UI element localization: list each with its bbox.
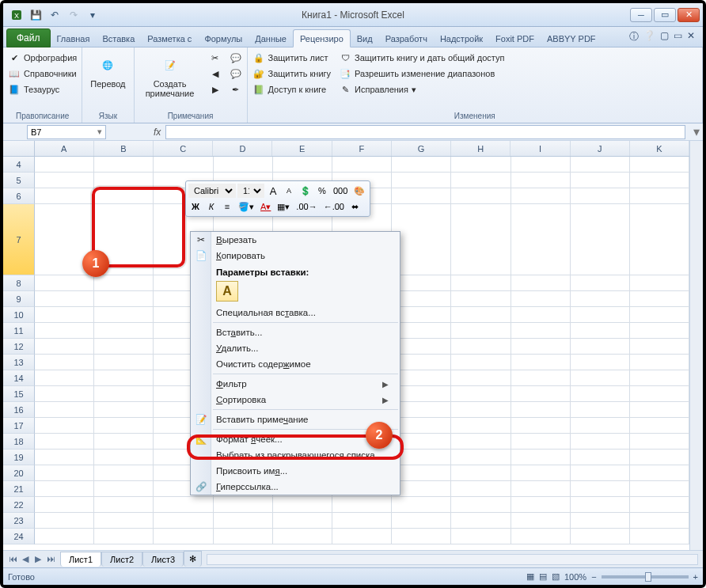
mini-comma-icon[interactable]: 000 [331,184,350,198]
sheet-tab-1[interactable]: Лист1 [60,552,101,567]
sheet-nav-last-icon[interactable]: ⏭ [44,554,57,564]
zoom-out-button[interactable]: − [591,572,596,582]
mini-merge-icon[interactable]: ⬌ [348,199,362,214]
row-header-19[interactable]: 19 [3,450,35,465]
row-header-8[interactable]: 8 [3,275,35,291]
mini-bold[interactable]: Ж [188,199,203,214]
row-header-13[interactable]: 13 [3,355,35,370]
mini-font-color-icon[interactable]: A▾ [258,199,273,214]
next-comment-button[interactable]: ▶ [207,82,223,97]
maximize-button[interactable]: ▭ [654,8,676,22]
row-header-14[interactable]: 14 [3,370,35,386]
file-tab[interactable]: Файл [6,28,51,47]
row-header-12[interactable]: 12 [3,339,35,355]
track-changes-button[interactable]: ✎Исправления ▾ [337,82,506,97]
mini-shrink-font[interactable]: A [282,184,296,198]
tab-insert[interactable]: Вставка [96,30,141,47]
row-header-23[interactable]: 23 [3,513,35,529]
row-header-22[interactable]: 22 [3,497,35,513]
col-header-H[interactable]: H [451,141,511,156]
mini-font-select[interactable]: Calibri [188,184,236,198]
horizontal-scrollbar[interactable] [207,554,698,565]
sheet-tab-2[interactable]: Лист2 [101,552,142,567]
row-header-20[interactable]: 20 [3,465,35,481]
research-button[interactable]: 📖Справочники [6,66,78,81]
row-header-6[interactable]: 6 [3,188,35,204]
col-header-I[interactable]: I [511,141,570,156]
protect-share-button[interactable]: 🛡Защитить книгу и дать общий доступ [337,51,506,65]
select-all-corner[interactable] [3,141,35,156]
view-pagebreak-icon[interactable]: ▧ [552,571,560,582]
sheet-nav-first-icon[interactable]: ⏮ [6,554,19,564]
minimize-button[interactable]: ─ [630,8,652,22]
prev-comment-button[interactable]: ◀ [207,66,223,81]
mdi-restore-icon[interactable]: ▭ [674,30,682,44]
col-header-G[interactable]: G [392,141,451,156]
tab-review[interactable]: Рецензиро [293,29,351,47]
share-workbook-button[interactable]: 📗Доступ к книге [251,82,333,97]
ctx-hyperlink[interactable]: 🔗Гиперссылка... [191,479,400,495]
zoom-in-button[interactable]: + [693,572,698,582]
tab-foxit[interactable]: Foxit PDF [489,30,541,47]
thesaurus-button[interactable]: 📘Тезаурус [6,82,78,97]
ctx-clear[interactable]: Очистить содержимое [191,356,400,372]
show-ink-button[interactable]: ✒ [228,82,244,97]
row-header-16[interactable]: 16 [3,402,35,418]
ribbon-minimize-icon[interactable]: ⓘ [629,30,639,44]
qat-redo[interactable]: ↷ [65,6,82,24]
mini-inc-decimal-icon[interactable]: .00→ [294,199,319,214]
mdi-close-icon[interactable]: ✕ [687,30,695,44]
row-header-11[interactable]: 11 [3,323,35,339]
row-header-10[interactable]: 10 [3,307,35,323]
paste-option-default[interactable]: A [216,281,238,302]
zoom-slider[interactable] [602,575,689,579]
col-header-C[interactable]: C [154,141,213,156]
ctx-delete[interactable]: Удалить... [191,340,400,356]
mini-format-icon[interactable]: 🎨 [351,184,367,198]
delete-comment-button[interactable]: ✂ [207,51,223,65]
mini-border-icon[interactable]: ▦▾ [275,199,292,214]
protect-workbook-button[interactable]: 🔐Защитить книгу [251,66,333,81]
ctx-paste-special[interactable]: Специальная вставка... [191,305,400,321]
sheet-tab-3[interactable]: Лист3 [142,552,184,567]
col-header-K[interactable]: K [630,141,689,156]
qat-customize-icon[interactable]: ▾ [84,6,101,24]
zoom-level[interactable]: 100% [564,572,586,582]
mini-align-icon[interactable]: ≡ [220,199,234,214]
row-header-18[interactable]: 18 [3,434,35,450]
ctx-insert[interactable]: Вставить... [191,324,400,340]
col-header-B[interactable]: B [94,141,154,156]
qat-undo[interactable]: ↶ [46,6,63,24]
sheet-nav-prev-icon[interactable]: ◀ [19,554,32,564]
view-layout-icon[interactable]: ▤ [539,571,547,582]
ctx-insert-comment[interactable]: 📝Вставить примечание [191,412,400,427]
formula-input[interactable] [165,125,685,139]
mini-italic[interactable]: К [204,199,218,214]
mini-dec-decimal-icon[interactable]: ←.00 [321,199,347,214]
row-header-17[interactable]: 17 [3,418,35,434]
protect-sheet-button[interactable]: 🔒Защитить лист [251,51,333,65]
new-comment-button[interactable]: 📝Создать примечание [138,51,203,100]
translate-button[interactable]: 🌐Перевод [85,51,130,90]
ctx-sort[interactable]: Сортировка▶ [191,392,400,408]
mini-accounting-icon[interactable]: 💲 [298,184,313,198]
row-header-4[interactable]: 4 [3,157,35,173]
mini-grow-font[interactable]: A [266,184,280,198]
allow-ranges-button[interactable]: 📑Разрешить изменение диапазонов [337,66,506,81]
tab-data[interactable]: Данные [249,30,293,47]
col-header-F[interactable]: F [332,141,392,156]
qat-save[interactable]: 💾 [27,6,44,24]
formula-expand-icon[interactable]: ▾ [690,124,703,139]
sheet-tab-new[interactable]: ✻ [184,551,202,567]
sheet-nav-next-icon[interactable]: ▶ [32,554,44,564]
mdi-minimize-icon[interactable]: ▢ [660,30,669,44]
ctx-define-name[interactable]: Присвоить имя... [191,463,400,479]
fx-label[interactable]: fx [154,127,161,138]
tab-formulas[interactable]: Формулы [198,30,249,47]
spelling-button[interactable]: ✔Орфография [6,51,78,65]
row-header-9[interactable]: 9 [3,291,35,307]
tab-developer[interactable]: Разработч [379,30,434,47]
tab-abbyy[interactable]: ABBYY PDF [541,30,602,47]
col-header-A[interactable]: A [35,141,94,156]
show-all-comments-button[interactable]: 💬 [228,66,244,81]
